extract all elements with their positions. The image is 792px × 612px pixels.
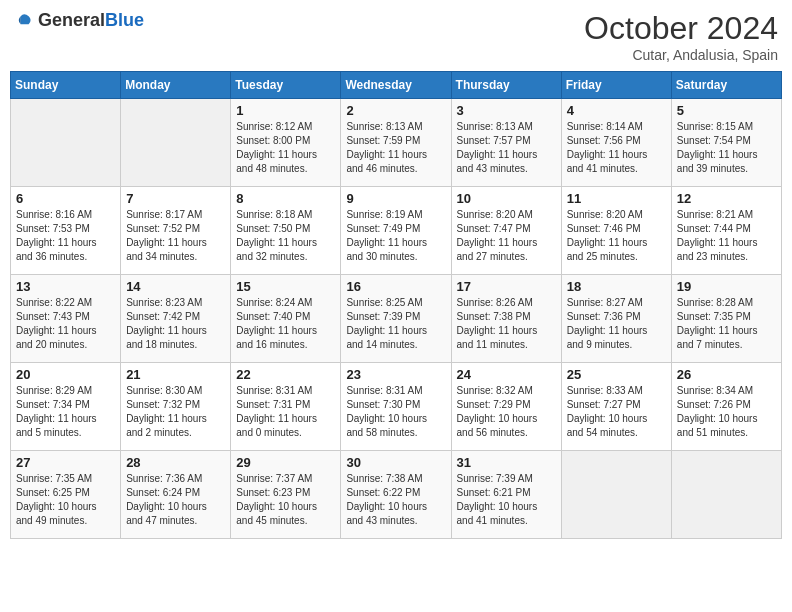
calendar-cell: 31Sunrise: 7:39 AMSunset: 6:21 PMDayligh… xyxy=(451,451,561,539)
calendar-body: 1Sunrise: 8:12 AMSunset: 8:00 PMDaylight… xyxy=(11,99,782,539)
day-number: 3 xyxy=(457,103,556,118)
day-info: Sunrise: 8:21 AMSunset: 7:44 PMDaylight:… xyxy=(677,208,776,264)
calendar-cell: 18Sunrise: 8:27 AMSunset: 7:36 PMDayligh… xyxy=(561,275,671,363)
calendar-cell: 8Sunrise: 8:18 AMSunset: 7:50 PMDaylight… xyxy=(231,187,341,275)
day-number: 26 xyxy=(677,367,776,382)
month-title: October 2024 xyxy=(584,10,778,47)
calendar-cell: 17Sunrise: 8:26 AMSunset: 7:38 PMDayligh… xyxy=(451,275,561,363)
calendar-cell: 12Sunrise: 8:21 AMSunset: 7:44 PMDayligh… xyxy=(671,187,781,275)
calendar-cell: 3Sunrise: 8:13 AMSunset: 7:57 PMDaylight… xyxy=(451,99,561,187)
day-info: Sunrise: 8:18 AMSunset: 7:50 PMDaylight:… xyxy=(236,208,335,264)
calendar-cell: 26Sunrise: 8:34 AMSunset: 7:26 PMDayligh… xyxy=(671,363,781,451)
day-number: 28 xyxy=(126,455,225,470)
calendar-week-row: 27Sunrise: 7:35 AMSunset: 6:25 PMDayligh… xyxy=(11,451,782,539)
calendar-cell: 14Sunrise: 8:23 AMSunset: 7:42 PMDayligh… xyxy=(121,275,231,363)
calendar-cell: 7Sunrise: 8:17 AMSunset: 7:52 PMDaylight… xyxy=(121,187,231,275)
calendar-cell: 1Sunrise: 8:12 AMSunset: 8:00 PMDaylight… xyxy=(231,99,341,187)
day-number: 19 xyxy=(677,279,776,294)
page-header: GeneralBlue October 2024 Cutar, Andalusi… xyxy=(10,10,782,63)
day-header: Thursday xyxy=(451,72,561,99)
calendar-cell: 4Sunrise: 8:14 AMSunset: 7:56 PMDaylight… xyxy=(561,99,671,187)
day-info: Sunrise: 7:36 AMSunset: 6:24 PMDaylight:… xyxy=(126,472,225,528)
logo-icon xyxy=(14,11,34,31)
day-number: 17 xyxy=(457,279,556,294)
calendar-cell: 28Sunrise: 7:36 AMSunset: 6:24 PMDayligh… xyxy=(121,451,231,539)
calendar-cell: 6Sunrise: 8:16 AMSunset: 7:53 PMDaylight… xyxy=(11,187,121,275)
day-number: 20 xyxy=(16,367,115,382)
calendar-cell xyxy=(561,451,671,539)
calendar-cell: 2Sunrise: 8:13 AMSunset: 7:59 PMDaylight… xyxy=(341,99,451,187)
calendar-cell: 16Sunrise: 8:25 AMSunset: 7:39 PMDayligh… xyxy=(341,275,451,363)
day-info: Sunrise: 8:13 AMSunset: 7:57 PMDaylight:… xyxy=(457,120,556,176)
day-number: 9 xyxy=(346,191,445,206)
day-number: 25 xyxy=(567,367,666,382)
day-header: Wednesday xyxy=(341,72,451,99)
calendar-cell: 27Sunrise: 7:35 AMSunset: 6:25 PMDayligh… xyxy=(11,451,121,539)
calendar-cell: 11Sunrise: 8:20 AMSunset: 7:46 PMDayligh… xyxy=(561,187,671,275)
day-header: Sunday xyxy=(11,72,121,99)
day-info: Sunrise: 8:14 AMSunset: 7:56 PMDaylight:… xyxy=(567,120,666,176)
day-number: 2 xyxy=(346,103,445,118)
day-header: Tuesday xyxy=(231,72,341,99)
calendar-cell: 20Sunrise: 8:29 AMSunset: 7:34 PMDayligh… xyxy=(11,363,121,451)
day-number: 15 xyxy=(236,279,335,294)
calendar-cell: 23Sunrise: 8:31 AMSunset: 7:30 PMDayligh… xyxy=(341,363,451,451)
day-info: Sunrise: 8:15 AMSunset: 7:54 PMDaylight:… xyxy=(677,120,776,176)
day-number: 10 xyxy=(457,191,556,206)
calendar-week-row: 13Sunrise: 8:22 AMSunset: 7:43 PMDayligh… xyxy=(11,275,782,363)
day-number: 23 xyxy=(346,367,445,382)
title-block: October 2024 Cutar, Andalusia, Spain xyxy=(584,10,778,63)
day-number: 21 xyxy=(126,367,225,382)
day-number: 7 xyxy=(126,191,225,206)
day-info: Sunrise: 8:20 AMSunset: 7:46 PMDaylight:… xyxy=(567,208,666,264)
day-info: Sunrise: 8:20 AMSunset: 7:47 PMDaylight:… xyxy=(457,208,556,264)
location-subtitle: Cutar, Andalusia, Spain xyxy=(584,47,778,63)
calendar-cell: 10Sunrise: 8:20 AMSunset: 7:47 PMDayligh… xyxy=(451,187,561,275)
day-info: Sunrise: 8:17 AMSunset: 7:52 PMDaylight:… xyxy=(126,208,225,264)
calendar-cell: 9Sunrise: 8:19 AMSunset: 7:49 PMDaylight… xyxy=(341,187,451,275)
day-info: Sunrise: 8:31 AMSunset: 7:30 PMDaylight:… xyxy=(346,384,445,440)
day-info: Sunrise: 8:30 AMSunset: 7:32 PMDaylight:… xyxy=(126,384,225,440)
day-info: Sunrise: 7:39 AMSunset: 6:21 PMDaylight:… xyxy=(457,472,556,528)
calendar-table: SundayMondayTuesdayWednesdayThursdayFrid… xyxy=(10,71,782,539)
day-number: 5 xyxy=(677,103,776,118)
day-header: Friday xyxy=(561,72,671,99)
day-info: Sunrise: 8:12 AMSunset: 8:00 PMDaylight:… xyxy=(236,120,335,176)
day-header: Saturday xyxy=(671,72,781,99)
day-number: 24 xyxy=(457,367,556,382)
day-number: 31 xyxy=(457,455,556,470)
day-info: Sunrise: 8:33 AMSunset: 7:27 PMDaylight:… xyxy=(567,384,666,440)
day-number: 14 xyxy=(126,279,225,294)
day-number: 27 xyxy=(16,455,115,470)
calendar-cell: 30Sunrise: 7:38 AMSunset: 6:22 PMDayligh… xyxy=(341,451,451,539)
calendar-cell: 19Sunrise: 8:28 AMSunset: 7:35 PMDayligh… xyxy=(671,275,781,363)
calendar-week-row: 6Sunrise: 8:16 AMSunset: 7:53 PMDaylight… xyxy=(11,187,782,275)
day-number: 29 xyxy=(236,455,335,470)
day-info: Sunrise: 8:32 AMSunset: 7:29 PMDaylight:… xyxy=(457,384,556,440)
calendar-cell xyxy=(121,99,231,187)
day-info: Sunrise: 8:25 AMSunset: 7:39 PMDaylight:… xyxy=(346,296,445,352)
logo-general: General xyxy=(38,10,105,30)
header-row: SundayMondayTuesdayWednesdayThursdayFrid… xyxy=(11,72,782,99)
day-number: 30 xyxy=(346,455,445,470)
day-info: Sunrise: 7:35 AMSunset: 6:25 PMDaylight:… xyxy=(16,472,115,528)
calendar-cell xyxy=(11,99,121,187)
day-info: Sunrise: 8:16 AMSunset: 7:53 PMDaylight:… xyxy=(16,208,115,264)
day-info: Sunrise: 8:26 AMSunset: 7:38 PMDaylight:… xyxy=(457,296,556,352)
day-info: Sunrise: 8:23 AMSunset: 7:42 PMDaylight:… xyxy=(126,296,225,352)
day-number: 1 xyxy=(236,103,335,118)
day-number: 16 xyxy=(346,279,445,294)
day-number: 13 xyxy=(16,279,115,294)
day-info: Sunrise: 8:24 AMSunset: 7:40 PMDaylight:… xyxy=(236,296,335,352)
calendar-cell: 13Sunrise: 8:22 AMSunset: 7:43 PMDayligh… xyxy=(11,275,121,363)
calendar-cell: 22Sunrise: 8:31 AMSunset: 7:31 PMDayligh… xyxy=(231,363,341,451)
day-info: Sunrise: 8:27 AMSunset: 7:36 PMDaylight:… xyxy=(567,296,666,352)
day-info: Sunrise: 8:34 AMSunset: 7:26 PMDaylight:… xyxy=(677,384,776,440)
day-info: Sunrise: 8:13 AMSunset: 7:59 PMDaylight:… xyxy=(346,120,445,176)
logo-blue: Blue xyxy=(105,10,144,30)
calendar-cell: 29Sunrise: 7:37 AMSunset: 6:23 PMDayligh… xyxy=(231,451,341,539)
calendar-cell: 25Sunrise: 8:33 AMSunset: 7:27 PMDayligh… xyxy=(561,363,671,451)
calendar-cell: 5Sunrise: 8:15 AMSunset: 7:54 PMDaylight… xyxy=(671,99,781,187)
calendar-cell xyxy=(671,451,781,539)
day-number: 8 xyxy=(236,191,335,206)
